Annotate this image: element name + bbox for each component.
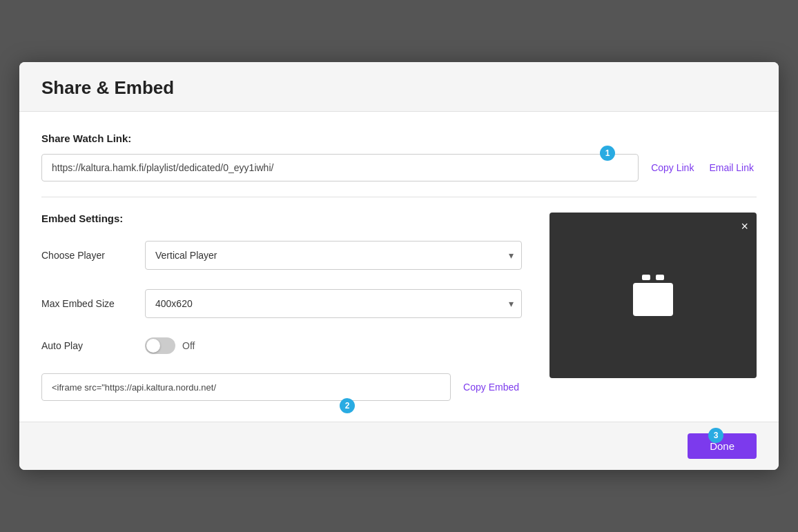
- share-link-input[interactable]: [41, 154, 639, 181]
- player-setting-row: Choose Player Vertical Player Horizontal…: [41, 241, 522, 270]
- embed-left: Embed Settings: Choose Player Vertical P…: [41, 213, 522, 401]
- preview-dot-2: [656, 275, 664, 280]
- modal-header: Share & Embed: [19, 62, 779, 112]
- size-select-wrapper: 400x620 608x402 400x285 ▾: [145, 289, 522, 318]
- toggle-knob: [146, 339, 160, 353]
- badge-2: 2: [340, 398, 355, 413]
- section-divider: [41, 197, 757, 197]
- player-label: Choose Player: [41, 250, 131, 261]
- preview-player-icon: [633, 275, 673, 316]
- autoplay-toggle[interactable]: [145, 337, 175, 354]
- preview-dots: [642, 275, 664, 280]
- share-embed-modal: Share & Embed Share Watch Link: 1 Copy L…: [19, 62, 779, 470]
- preview-close-button[interactable]: ×: [741, 219, 748, 234]
- size-select[interactable]: 400x620 608x402 400x285: [145, 289, 522, 318]
- email-link-button[interactable]: Email Link: [706, 162, 757, 173]
- badge-1: 1: [600, 146, 615, 161]
- preview-icon-body: [633, 283, 673, 316]
- embed-settings-label: Embed Settings:: [41, 213, 522, 224]
- share-label: Share Watch Link:: [41, 132, 757, 144]
- size-label: Max Embed Size: [41, 298, 131, 309]
- preview-dot-1: [642, 275, 650, 280]
- preview-box: ×: [549, 213, 757, 378]
- embed-code-row: Copy Embed 2: [41, 373, 522, 401]
- modal-body: Share Watch Link: 1 Copy Link Email Link…: [19, 112, 779, 422]
- size-setting-row: Max Embed Size 400x620 608x402 400x285 ▾: [41, 289, 522, 318]
- embed-code-input[interactable]: [41, 373, 451, 401]
- autoplay-label: Auto Play: [41, 340, 131, 351]
- autoplay-toggle-container: Off: [145, 337, 195, 354]
- badge-3: 3: [708, 428, 723, 443]
- share-section: Share Watch Link: 1 Copy Link Email Link: [41, 132, 757, 181]
- autoplay-state: Off: [182, 340, 195, 351]
- copy-embed-button[interactable]: Copy Embed: [460, 382, 522, 393]
- embed-preview: ×: [549, 213, 757, 378]
- embed-section: Embed Settings: Choose Player Vertical P…: [41, 213, 757, 422]
- share-link-row: 1 Copy Link Email Link: [41, 154, 757, 181]
- player-select-wrapper: Vertical Player Horizontal Player ▾: [145, 241, 522, 270]
- copy-link-button[interactable]: Copy Link: [648, 162, 697, 173]
- player-select[interactable]: Vertical Player Horizontal Player: [145, 241, 522, 270]
- modal-footer: 3 Done: [19, 422, 779, 470]
- autoplay-row: Auto Play Off: [41, 337, 522, 354]
- modal-title: Share & Embed: [41, 77, 757, 99]
